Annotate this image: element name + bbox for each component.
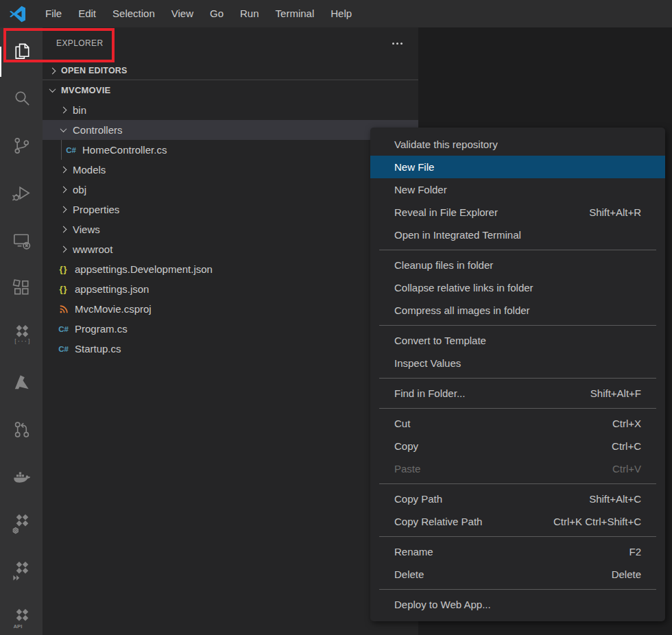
activitybar-extensions[interactable] xyxy=(0,264,43,311)
menu-run[interactable]: Run xyxy=(232,0,267,27)
context-menu: Validate this repositoryNew FileNew Fold… xyxy=(370,128,665,621)
tree-item-label: HomeController.cs xyxy=(82,144,167,156)
tree-item-controllers[interactable]: Controllers xyxy=(43,120,418,140)
menu-item-delete[interactable]: DeleteDelete xyxy=(370,563,665,586)
csharp-file-icon: C# xyxy=(58,345,69,353)
menubar: FileEditSelectionViewGoRunTerminalHelp xyxy=(37,0,360,27)
menu-item-reveal-in-file-explorer[interactable]: Reveal in File ExplorerShift+Alt+R xyxy=(370,201,665,224)
menu-view[interactable]: View xyxy=(163,0,202,27)
activitybar-run-and-debug[interactable] xyxy=(0,169,43,217)
menu-item-collapse-relative-links-in-folder[interactable]: Collapse relative links in folder xyxy=(370,276,665,299)
activitybar-source-control[interactable] xyxy=(0,122,43,169)
tree-item-wwwroot[interactable]: wwwroot xyxy=(43,239,418,259)
tree-item-label: appsettings.Development.json xyxy=(75,263,213,275)
chevron-right-icon xyxy=(59,226,67,234)
tree-item-label: bin xyxy=(73,104,86,116)
menu-item-copy[interactable]: CopyCtrl+C xyxy=(370,435,665,457)
json-file-icon: {} xyxy=(58,264,69,274)
csharp-file-icon: C# xyxy=(65,146,77,154)
tree-item-label: obj xyxy=(73,184,86,195)
tree-item-appsettings-json[interactable]: {}appsettings.json xyxy=(43,279,418,299)
tree-item-label: wwwroot xyxy=(73,243,112,255)
menu-item-shortcut: Delete xyxy=(612,568,641,580)
activitybar-azure-extension-brackets[interactable]: [···] xyxy=(0,311,43,359)
csharp-file-icon: C# xyxy=(58,325,69,333)
menu-item-copy-relative-path[interactable]: Copy Relative PathCtrl+K Ctrl+Shift+C xyxy=(370,510,665,533)
titlebar: FileEditSelectionViewGoRunTerminalHelp xyxy=(0,0,672,27)
activitybar-azure-extension-gear[interactable] xyxy=(0,501,43,548)
menu-item-shortcut: Ctrl+C xyxy=(612,440,641,452)
tree-item-views[interactable]: Views xyxy=(43,219,418,239)
menu-separator xyxy=(379,378,656,379)
section-mvcmovie[interactable]: MVCMOVIE xyxy=(43,80,418,100)
tree-item-properties[interactable]: Properties xyxy=(43,200,418,219)
menu-separator xyxy=(379,250,656,250)
menu-selection[interactable]: Selection xyxy=(104,0,163,27)
tree-item-models[interactable]: Models xyxy=(43,160,418,180)
menu-item-shortcut: Shift+Alt+C xyxy=(589,493,641,505)
vscode-logo-icon xyxy=(9,5,26,23)
tree-item-startup-cs[interactable]: C#Startup.cs xyxy=(43,339,418,359)
azure-extension-api-icon: API xyxy=(11,608,32,630)
chevron-right-icon xyxy=(59,106,67,115)
activitybar-github-pull-requests[interactable] xyxy=(0,406,43,453)
tree-item-mvcmovie-csproj[interactable]: MvcMovie.csproj xyxy=(43,299,418,319)
activitybar-remote-explorer[interactable] xyxy=(0,217,43,264)
menu-item-label: Compress all images in folder xyxy=(394,304,530,316)
chevron-right-icon xyxy=(48,67,56,75)
menu-item-cleanup-files-in-folder[interactable]: Cleanup files in folder xyxy=(370,254,665,276)
menu-item-label: Deploy to Web App... xyxy=(394,599,491,610)
activitybar-docker[interactable] xyxy=(0,453,43,501)
menu-item-new-file[interactable]: New File xyxy=(370,156,665,178)
tree-item-label: MvcMovie.csproj xyxy=(75,303,152,315)
chevron-right-icon xyxy=(59,206,67,214)
menu-item-label: Cleanup files in folder xyxy=(394,259,493,271)
activitybar-azure-extension-chevrons[interactable] xyxy=(0,548,43,595)
menu-item-label: Delete xyxy=(394,568,424,580)
menu-item-convert-to-template[interactable]: Convert to Template xyxy=(370,329,665,352)
annotation-red-box xyxy=(3,28,115,62)
chevron-right-icon xyxy=(59,166,67,174)
menu-help[interactable]: Help xyxy=(322,0,360,27)
tree-item-program-cs[interactable]: C#Program.cs xyxy=(43,319,418,339)
section-label: MVCMOVIE xyxy=(61,85,110,95)
azure-extension-gear-icon xyxy=(11,514,32,535)
menu-item-rename[interactable]: RenameF2 xyxy=(370,540,665,563)
file-tree: binControllersC#HomeController.csModelso… xyxy=(43,100,418,359)
menu-item-label: Collapse relative links in folder xyxy=(394,282,533,293)
menu-item-label: Copy Path xyxy=(394,493,442,505)
menu-item-label: Inspect Values xyxy=(394,357,461,369)
menu-item-label: Paste xyxy=(394,463,420,475)
menu-item-inspect-values[interactable]: Inspect Values xyxy=(370,352,665,374)
tree-indent-guide xyxy=(61,140,62,160)
tree-item-homecontroller-cs[interactable]: C#HomeController.cs xyxy=(43,140,418,160)
menu-item-shortcut: Ctrl+K Ctrl+Shift+C xyxy=(553,516,641,527)
section-open-editors[interactable]: OPEN EDITORS xyxy=(43,62,418,80)
activitybar-search[interactable] xyxy=(0,75,43,122)
menu-item-shortcut: F2 xyxy=(629,546,641,558)
menu-item-open-in-integrated-terminal[interactable]: Open in Integrated Terminal xyxy=(370,224,665,246)
menu-item-find-in-folder[interactable]: Find in Folder...Shift+Alt+F xyxy=(370,382,665,405)
menu-file[interactable]: File xyxy=(37,0,70,27)
menu-item-label: Cut xyxy=(394,418,410,429)
menu-edit[interactable]: Edit xyxy=(70,0,104,27)
menu-item-validate-this-repository[interactable]: Validate this repository xyxy=(370,133,665,156)
menu-item-new-folder[interactable]: New Folder xyxy=(370,178,665,201)
menu-go[interactable]: Go xyxy=(202,0,232,27)
tree-item-bin[interactable]: bin xyxy=(43,100,418,120)
menu-item-compress-all-images-in-folder[interactable]: Compress all images in folder xyxy=(370,299,665,322)
tree-item-label: Program.cs xyxy=(75,323,128,335)
tree-item-appsettings-development-json[interactable]: {}appsettings.Development.json xyxy=(43,259,418,279)
menu-item-copy-path[interactable]: Copy PathShift+Alt+C xyxy=(370,488,665,510)
menu-item-label: Reveal in File Explorer xyxy=(394,206,498,218)
menu-item-cut[interactable]: CutCtrl+X xyxy=(370,412,665,435)
search-icon xyxy=(11,88,32,109)
activitybar-azure[interactable] xyxy=(0,359,43,406)
menu-item-deploy-to-web-app[interactable]: Deploy to Web App... xyxy=(370,593,665,616)
activitybar-azure-extension-api[interactable]: API xyxy=(0,595,43,635)
menu-item-label: Copy Relative Path xyxy=(394,516,482,527)
more-actions-button[interactable] xyxy=(389,36,405,51)
tree-item-obj[interactable]: obj xyxy=(43,180,418,200)
menu-terminal[interactable]: Terminal xyxy=(267,0,323,27)
menu-item-shortcut: Ctrl+X xyxy=(612,418,641,429)
